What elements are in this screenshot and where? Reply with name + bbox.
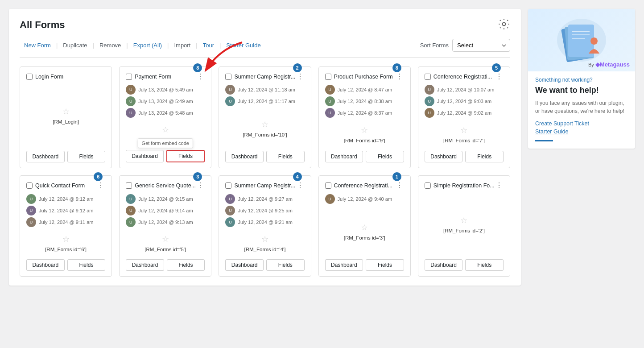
form-select-checkbox[interactable] [425, 182, 431, 189]
form-select-checkbox[interactable] [225, 74, 231, 80]
form-card-footer: Dashboard Fields [126, 150, 205, 162]
dashboard-button[interactable]: Dashboard [26, 151, 65, 162]
form-select-checkbox[interactable] [225, 182, 231, 189]
dashboard-button[interactable]: Dashboard [425, 151, 463, 162]
avatar: U [325, 194, 335, 204]
form-card-footer: Dashboard Fields [26, 259, 105, 271]
activity-date: July 13, 2024 @ 5:49 am [138, 87, 193, 92]
form-select-checkbox[interactable] [126, 74, 132, 80]
form-shortcode-area: ☆ [RM_Forms id='7'] [425, 125, 504, 144]
fields-button[interactable]: Fields [366, 259, 404, 271]
activity-list: U July 12, 2024 @ 9:15 am U July 12, 202… [126, 194, 205, 227]
dashboard-button[interactable]: Dashboard [26, 259, 65, 271]
form-card-quick-contact: 6 Quick Contact Form ⋮ U July 12, 2024 @… [20, 175, 112, 276]
form-card-header: Summer Camp Registr... ⋮ [225, 73, 304, 80]
activity-item: U July 12, 2024 @ 9:21 am [225, 217, 304, 227]
star-icon[interactable]: ☆ [62, 107, 70, 116]
form-select-checkbox[interactable] [126, 182, 132, 189]
dots-menu-icon[interactable]: ⋮ [395, 73, 404, 80]
activity-list: U July 13, 2024 @ 5:49 am U July 13, 202… [126, 85, 205, 118]
activity-item: U July 12, 2024 @ 9:12 am [26, 194, 105, 204]
dots-menu-icon[interactable]: ⋮ [96, 182, 105, 189]
dots-menu-icon[interactable]: ⋮ [495, 73, 504, 80]
dashboard-button[interactable]: Dashboard [126, 259, 164, 271]
duplicate-button[interactable]: Duplicate [58, 40, 91, 50]
dots-menu-icon[interactable]: ⋮ [395, 182, 404, 189]
form-select-checkbox[interactable] [325, 182, 331, 189]
new-form-button[interactable]: New Form [20, 40, 55, 50]
entry-badge: 6 [94, 172, 103, 181]
star-icon[interactable]: ☆ [460, 125, 467, 135]
fields-button[interactable]: Fields [366, 151, 404, 162]
shortcode: [RM_Forms id='7'] [443, 138, 485, 143]
avatar: U [225, 85, 235, 95]
sort-select[interactable]: Select Date Created Date Modified Alphab… [452, 39, 510, 52]
svg-point-9 [590, 37, 598, 45]
gear-icon[interactable] [498, 18, 510, 32]
form-title: Generic Service Quote... [135, 182, 196, 189]
activity-item: U July 12, 2024 @ 9:25 am [225, 206, 304, 215]
export-button[interactable]: Export (All) [129, 40, 166, 50]
dashboard-button[interactable]: Dashboard [325, 151, 363, 162]
fields-button[interactable]: Fields [266, 259, 305, 271]
fields-button[interactable]: Fields [67, 151, 106, 162]
avatar: U [325, 108, 335, 118]
toolbar: New Form | Duplicate | Remove | Export (… [20, 39, 510, 58]
activity-item: U July 13, 2024 @ 5:48 am [126, 108, 205, 118]
dashboard-button[interactable]: Dashboard [325, 259, 363, 271]
dots-menu-icon[interactable]: ⋮ [495, 182, 504, 189]
activity-list: U July 12, 2024 @ 9:27 am U July 12, 202… [225, 194, 304, 227]
star-icon[interactable]: ☆ [460, 215, 467, 225]
import-button[interactable]: Import [169, 40, 195, 50]
fields-button[interactable]: Fields [465, 259, 504, 271]
dots-menu-icon[interactable]: ⋮ [196, 182, 205, 189]
star-icon[interactable]: ☆ [361, 223, 368, 232]
form-select-checkbox[interactable] [325, 74, 331, 80]
starter-guide-link[interactable]: Starter Guide [535, 128, 628, 135]
entry-badge: 8 [392, 63, 401, 72]
star-icon[interactable]: ☆ [261, 234, 268, 244]
form-select-checkbox[interactable] [425, 74, 431, 80]
fields-button[interactable]: Fields [465, 151, 504, 162]
form-card-summer-camp-1: 2 Summer Camp Registr... ⋮ U July 12, 20… [219, 66, 311, 168]
remove-button[interactable]: Remove [95, 40, 125, 50]
activity-item: U July 13, 2024 @ 5:49 am [126, 96, 205, 106]
fields-button[interactable]: Fields [167, 259, 205, 271]
star-icon[interactable]: ☆ [62, 234, 70, 244]
sort-forms-wrapper: Sort Forms Select Date Created Date Modi… [420, 39, 510, 52]
form-shortcode-area: ☆ [RM_Forms id='10'] [225, 113, 304, 144]
activity-date: July 12, 2024 @ 9:15 am [138, 196, 193, 202]
dots-menu-icon[interactable]: ⋮ [196, 73, 205, 80]
dashboard-button[interactable]: Dashboard [225, 151, 264, 162]
activity-item: U July 12, 2024 @ 9:14 am [126, 206, 205, 215]
form-select-checkbox[interactable] [26, 182, 33, 189]
star-icon[interactable]: ☆ [361, 125, 368, 135]
dots-menu-icon[interactable]: ⋮ [296, 182, 305, 189]
dots-menu-icon[interactable]: ⋮ [296, 73, 305, 80]
activity-item: U July 12, 2024 @ 8:37 am [325, 108, 404, 118]
form-shortcode-area: ☆ [RM_Forms id='4'] [225, 234, 304, 252]
form-shortcode-area: ☆ [RM_Login] [26, 87, 105, 144]
tour-button[interactable]: Tour [198, 40, 219, 50]
fields-button[interactable]: Fields [67, 259, 106, 271]
dashboard-button[interactable]: Dashboard [225, 259, 264, 271]
create-support-ticket-link[interactable]: Create Support Ticket [535, 120, 628, 127]
dashboard-button[interactable]: Dashboard [126, 150, 164, 162]
activity-date: July 12, 2024 @ 9:02 am [437, 110, 491, 116]
form-title: Product Purchase Form [334, 73, 393, 80]
activity-date: July 12, 2024 @ 9:12 am [39, 208, 93, 213]
star-icon[interactable]: ☆ [162, 125, 169, 135]
form-select-checkbox[interactable] [26, 74, 33, 80]
star-icon[interactable]: ☆ [162, 234, 169, 244]
star-icon[interactable]: ☆ [261, 120, 268, 129]
activity-date: July 12, 2024 @ 9:25 am [238, 208, 292, 213]
activity-item: U July 12, 2024 @ 9:27 am [225, 194, 304, 204]
fields-button[interactable]: Fields [266, 151, 305, 162]
starter-guide-button[interactable]: Starter Guide [222, 40, 265, 50]
shortcode: [RM_Forms id='2'] [443, 228, 485, 233]
help-desc: If you face any issues with our plugin, … [535, 99, 628, 115]
dashboard-button[interactable]: Dashboard [425, 259, 463, 271]
activity-list: U July 12, 2024 @ 10:07 am U July 12, 20… [425, 85, 504, 118]
fields-button[interactable]: Fields [166, 150, 205, 162]
activity-date: July 12, 2024 @ 9:27 am [238, 196, 292, 202]
